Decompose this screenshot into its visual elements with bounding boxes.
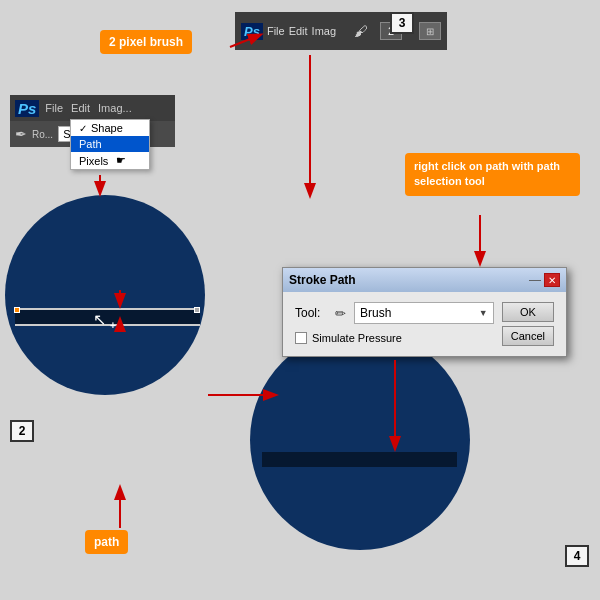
path-line-1 bbox=[15, 308, 200, 326]
brush-callout: 2 pixel brush bbox=[100, 30, 192, 54]
cancel-button[interactable]: Cancel bbox=[502, 326, 554, 346]
menu-image-1[interactable]: Imag... bbox=[98, 102, 132, 114]
minimize-icon[interactable]: — bbox=[529, 273, 541, 287]
stroke-path-dialog: Stroke Path — ✕ Tool: ✏ Brush ▼ bbox=[282, 267, 567, 357]
cursor-icon-1: ↖ bbox=[93, 310, 106, 329]
path-anchor-right bbox=[194, 307, 200, 313]
check-icon: ✓ bbox=[79, 123, 87, 134]
step-badge-4: 4 bbox=[565, 545, 589, 567]
pen-tool-icon[interactable]: ✒ bbox=[15, 126, 27, 142]
circle-2 bbox=[250, 330, 470, 550]
step-badge-2: 2 bbox=[10, 420, 34, 442]
path-line-2 bbox=[262, 452, 457, 467]
path-option: Path bbox=[79, 138, 102, 150]
path-callout: path bbox=[85, 530, 128, 554]
ps-logo-top: Ps bbox=[241, 23, 263, 40]
dropdown-item-shape[interactable]: ✓ Shape bbox=[71, 120, 149, 136]
ro-text: Ro... bbox=[32, 129, 53, 140]
circle-1 bbox=[5, 195, 205, 395]
dialog-body: Tool: ✏ Brush ▼ Simulate Pressure OK bbox=[283, 292, 566, 356]
right-click-callout: right click on path with path selection … bbox=[405, 153, 580, 196]
simulate-pressure-row: Simulate Pressure bbox=[295, 332, 494, 344]
menu-edit-1[interactable]: Edit bbox=[71, 102, 90, 114]
ok-label: OK bbox=[520, 306, 536, 318]
ps-logo-1: Ps bbox=[15, 100, 39, 117]
step-3-label: 3 bbox=[399, 16, 406, 30]
brush-icon-top: 🖌 bbox=[354, 23, 368, 39]
tool-label: Tool: bbox=[295, 306, 327, 320]
dialog-tool-row: Tool: ✏ Brush ▼ bbox=[295, 302, 494, 324]
simulate-pressure-label: Simulate Pressure bbox=[312, 332, 402, 344]
step-badge-3: 3 bbox=[390, 12, 414, 34]
menu-file-1[interactable]: File bbox=[45, 102, 63, 114]
menu-bar-1: File Edit Imag... bbox=[45, 102, 131, 114]
dropdown-item-path[interactable]: Path bbox=[71, 136, 149, 152]
pixels-option: Pixels bbox=[79, 155, 108, 167]
shape-dropdown-menu[interactable]: ✓ Shape Path Pixels ☛ bbox=[70, 119, 150, 170]
brush-icon-dialog: ✏ bbox=[335, 306, 346, 321]
tool-value: Brush bbox=[360, 306, 391, 320]
dialog-close-btn[interactable]: ✕ bbox=[544, 273, 560, 287]
options-icon-top: ⊞ bbox=[426, 26, 434, 37]
cancel-label: Cancel bbox=[511, 330, 545, 342]
dropdown-item-pixels[interactable]: Pixels ☛ bbox=[71, 152, 149, 169]
path-callout-text: path bbox=[94, 535, 119, 549]
cursor-hand-icon: ☛ bbox=[116, 154, 126, 167]
brush-callout-text: 2 pixel brush bbox=[109, 35, 183, 49]
cursor-plus-icon: + bbox=[110, 320, 116, 331]
step-2-label: 2 bbox=[19, 424, 26, 438]
ok-button[interactable]: OK bbox=[502, 302, 554, 322]
ps-panel-header: Ps File Edit Imag... bbox=[10, 95, 175, 121]
options-btn-top[interactable]: ⊞ bbox=[419, 22, 441, 40]
right-click-text: right click on path with path selection … bbox=[414, 160, 560, 187]
menu-file-top[interactable]: File bbox=[267, 25, 285, 37]
shape-option: Shape bbox=[91, 122, 123, 134]
path-anchor-left bbox=[14, 307, 20, 313]
simulate-pressure-checkbox[interactable] bbox=[295, 332, 307, 344]
menu-image-top[interactable]: Imag bbox=[312, 25, 336, 37]
tool-select[interactable]: Brush ▼ bbox=[354, 302, 494, 324]
step-4-label: 4 bbox=[574, 549, 581, 563]
close-icon: ✕ bbox=[548, 275, 556, 286]
menu-edit-top[interactable]: Edit bbox=[289, 25, 308, 37]
dialog-buttons: OK Cancel bbox=[502, 302, 554, 346]
toolbar-top: Ps File Edit Imag 🖌 2 ▼ ⊞ bbox=[235, 12, 447, 50]
select-arrow: ▼ bbox=[479, 308, 488, 318]
dialog-title-bar: Stroke Path — ✕ bbox=[283, 268, 566, 292]
dialog-title: Stroke Path bbox=[289, 273, 356, 287]
